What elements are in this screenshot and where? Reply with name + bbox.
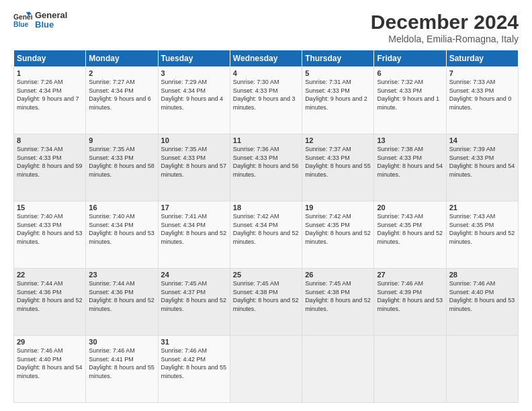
cell-info: Sunrise: 7:39 AMSunset: 4:33 PMDaylight:… [449, 146, 515, 178]
day-header-monday: Monday [86, 50, 158, 67]
day-number: 1 [17, 69, 83, 77]
cell-info: Sunrise: 7:46 AMSunset: 4:39 PMDaylight:… [377, 280, 443, 312]
cell-info: Sunrise: 7:38 AMSunset: 4:33 PMDaylight:… [377, 146, 443, 178]
cell-info: Sunrise: 7:44 AMSunset: 4:36 PMDaylight:… [89, 280, 154, 312]
day-number: 20 [377, 203, 443, 212]
day-number: 28 [449, 271, 515, 279]
calendar-cell: 8Sunrise: 7:34 AMSunset: 4:33 PMDaylight… [14, 134, 86, 201]
calendar-cell [230, 336, 302, 403]
calendar-cell: 18Sunrise: 7:42 AMSunset: 4:34 PMDayligh… [230, 201, 302, 269]
calendar-cell [446, 336, 518, 403]
day-number: 14 [449, 136, 515, 144]
day-number: 13 [377, 136, 443, 144]
day-number: 12 [305, 136, 371, 144]
day-number: 2 [89, 69, 154, 77]
day-number: 16 [89, 203, 154, 212]
calendar-cell: 26Sunrise: 7:45 AMSunset: 4:38 PMDayligh… [302, 269, 374, 336]
day-number: 17 [161, 203, 227, 212]
day-number: 9 [89, 136, 154, 144]
calendar-cell: 12Sunrise: 7:37 AMSunset: 4:33 PMDayligh… [302, 134, 374, 201]
cell-info: Sunrise: 7:46 AMSunset: 4:40 PMDaylight:… [449, 280, 515, 312]
calendar-week-4: 22Sunrise: 7:44 AMSunset: 4:36 PMDayligh… [14, 269, 519, 336]
cell-info: Sunrise: 7:34 AMSunset: 4:33 PMDaylight:… [17, 146, 83, 178]
calendar-cell: 20Sunrise: 7:43 AMSunset: 4:35 PMDayligh… [374, 201, 446, 269]
day-header-sunday: Sunday [14, 50, 86, 67]
calendar-cell [302, 336, 374, 403]
day-header-thursday: Thursday [302, 50, 374, 67]
cell-info: Sunrise: 7:35 AMSunset: 4:33 PMDaylight:… [89, 146, 154, 178]
day-number: 4 [233, 69, 299, 77]
calendar-cell: 19Sunrise: 7:42 AMSunset: 4:35 PMDayligh… [302, 201, 374, 269]
calendar-cell: 13Sunrise: 7:38 AMSunset: 4:33 PMDayligh… [374, 134, 446, 201]
calendar-cell: 16Sunrise: 7:40 AMSunset: 4:34 PMDayligh… [86, 201, 158, 269]
day-header-tuesday: Tuesday [158, 50, 230, 67]
logo-icon: General Blue [13, 11, 32, 30]
title-block: December 2024 Meldola, Emilia-Romagna, I… [371, 11, 519, 44]
calendar-cell: 17Sunrise: 7:41 AMSunset: 4:34 PMDayligh… [158, 201, 230, 269]
cell-info: Sunrise: 7:40 AMSunset: 4:34 PMDaylight:… [89, 213, 154, 245]
cell-info: Sunrise: 7:33 AMSunset: 4:33 PMDaylight:… [449, 79, 512, 111]
calendar-cell: 7Sunrise: 7:33 AMSunset: 4:33 PMDaylight… [446, 67, 518, 134]
cell-info: Sunrise: 7:46 AMSunset: 4:41 PMDaylight:… [89, 347, 154, 379]
day-number: 10 [161, 136, 227, 144]
calendar-cell: 6Sunrise: 7:32 AMSunset: 4:33 PMDaylight… [374, 67, 446, 134]
calendar-cell: 22Sunrise: 7:44 AMSunset: 4:36 PMDayligh… [14, 269, 86, 336]
day-number: 23 [89, 271, 154, 279]
day-number: 25 [233, 271, 299, 279]
calendar-cell: 27Sunrise: 7:46 AMSunset: 4:39 PMDayligh… [374, 269, 446, 336]
calendar-cell [374, 336, 446, 403]
cell-info: Sunrise: 7:45 AMSunset: 4:38 PMDaylight:… [233, 280, 299, 312]
cell-info: Sunrise: 7:26 AMSunset: 4:34 PMDaylight:… [17, 79, 79, 111]
calendar-week-5: 29Sunrise: 7:46 AMSunset: 4:40 PMDayligh… [14, 336, 519, 403]
logo-line1: General [35, 11, 67, 20]
cell-info: Sunrise: 7:44 AMSunset: 4:36 PMDaylight:… [17, 280, 83, 312]
day-number: 18 [233, 203, 299, 212]
cell-info: Sunrise: 7:35 AMSunset: 4:33 PMDaylight:… [161, 146, 227, 178]
day-header-wednesday: Wednesday [230, 50, 302, 67]
calendar-cell: 10Sunrise: 7:35 AMSunset: 4:33 PMDayligh… [158, 134, 230, 201]
day-number: 19 [305, 203, 371, 212]
calendar-cell: 30Sunrise: 7:46 AMSunset: 4:41 PMDayligh… [86, 336, 158, 403]
cell-info: Sunrise: 7:32 AMSunset: 4:33 PMDaylight:… [377, 79, 439, 111]
cell-info: Sunrise: 7:37 AMSunset: 4:33 PMDaylight:… [305, 146, 371, 178]
calendar-cell: 21Sunrise: 7:43 AMSunset: 4:35 PMDayligh… [446, 201, 518, 269]
page: General Blue General Blue December 2024 … [0, 0, 532, 411]
calendar-week-3: 15Sunrise: 7:40 AMSunset: 4:33 PMDayligh… [14, 201, 519, 269]
calendar-cell: 25Sunrise: 7:45 AMSunset: 4:38 PMDayligh… [230, 269, 302, 336]
calendar-table: SundayMondayTuesdayWednesdayThursdayFrid… [13, 50, 519, 403]
page-subtitle: Meldola, Emilia-Romagna, Italy [371, 34, 519, 44]
cell-info: Sunrise: 7:46 AMSunset: 4:40 PMDaylight:… [17, 347, 83, 379]
day-header-friday: Friday [374, 50, 446, 67]
day-number: 31 [161, 338, 227, 346]
day-number: 29 [17, 338, 83, 346]
day-number: 3 [161, 69, 227, 77]
calendar-cell: 24Sunrise: 7:45 AMSunset: 4:37 PMDayligh… [158, 269, 230, 336]
calendar-cell: 29Sunrise: 7:46 AMSunset: 4:40 PMDayligh… [14, 336, 86, 403]
calendar-cell: 14Sunrise: 7:39 AMSunset: 4:33 PMDayligh… [446, 134, 518, 201]
logo-line2: Blue [35, 20, 67, 30]
day-header-saturday: Saturday [446, 50, 518, 67]
cell-info: Sunrise: 7:30 AMSunset: 4:33 PMDaylight:… [233, 79, 296, 111]
cell-info: Sunrise: 7:41 AMSunset: 4:34 PMDaylight:… [161, 213, 227, 245]
day-number: 30 [89, 338, 154, 346]
day-number: 11 [233, 136, 299, 144]
day-number: 6 [377, 69, 443, 77]
logo: General Blue General Blue [13, 11, 67, 30]
day-number: 26 [305, 271, 371, 279]
cell-info: Sunrise: 7:36 AMSunset: 4:33 PMDaylight:… [233, 146, 299, 178]
calendar-cell: 28Sunrise: 7:46 AMSunset: 4:40 PMDayligh… [446, 269, 518, 336]
calendar-cell: 3Sunrise: 7:29 AMSunset: 4:34 PMDaylight… [158, 67, 230, 134]
day-number: 15 [17, 203, 83, 212]
calendar-cell: 1Sunrise: 7:26 AMSunset: 4:34 PMDaylight… [14, 67, 86, 134]
day-number: 22 [17, 271, 83, 279]
cell-info: Sunrise: 7:46 AMSunset: 4:42 PMDaylight:… [161, 347, 227, 379]
cell-info: Sunrise: 7:43 AMSunset: 4:35 PMDaylight:… [377, 213, 443, 245]
cell-info: Sunrise: 7:43 AMSunset: 4:35 PMDaylight:… [449, 213, 515, 245]
calendar-cell: 4Sunrise: 7:30 AMSunset: 4:33 PMDaylight… [230, 67, 302, 134]
cell-info: Sunrise: 7:42 AMSunset: 4:35 PMDaylight:… [305, 213, 371, 245]
cell-info: Sunrise: 7:27 AMSunset: 4:34 PMDaylight:… [89, 79, 151, 111]
calendar-cell: 23Sunrise: 7:44 AMSunset: 4:36 PMDayligh… [86, 269, 158, 336]
calendar-cell: 15Sunrise: 7:40 AMSunset: 4:33 PMDayligh… [14, 201, 86, 269]
svg-text:Blue: Blue [13, 21, 29, 29]
cell-info: Sunrise: 7:45 AMSunset: 4:38 PMDaylight:… [305, 280, 371, 312]
